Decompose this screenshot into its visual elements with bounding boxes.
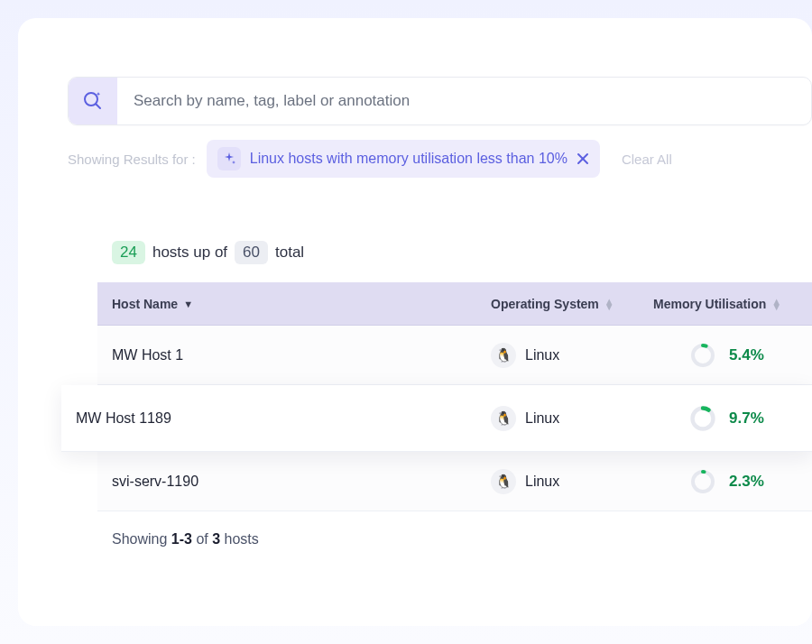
linux-icon: 🐧 [491, 406, 516, 431]
linux-icon: 🐧 [491, 469, 516, 494]
table-body: MW Host 1 🐧Linux 5.4% MW Host 1189 🐧Linu… [97, 326, 812, 511]
pagination-range: 1-3 [171, 531, 192, 547]
summary-row: 24 hosts up of 60 total [97, 223, 812, 282]
caret-down-icon: ▼ [183, 299, 193, 309]
search-bar [68, 77, 812, 125]
svg-line-1 [97, 105, 101, 109]
table-row[interactable]: svi-serv-1190 🐧Linux 2.3% [97, 452, 812, 511]
pagination-prefix: Showing [112, 531, 167, 547]
col-header-os-label: Operating System [491, 297, 599, 311]
close-icon[interactable] [577, 152, 589, 165]
hosts-up-count: 24 [112, 241, 145, 264]
svg-point-4 [693, 345, 713, 365]
pagination-total: 3 [212, 531, 220, 547]
filter-chip-text: Linux hosts with memory utilisation less… [250, 151, 567, 167]
pagination-suffix: hosts [225, 531, 259, 547]
sort-icon: ▲▼ [604, 299, 614, 309]
col-header-memory-label: Memory Utilisation [653, 297, 766, 311]
col-header-hostname[interactable]: Host Name ▼ [112, 297, 491, 311]
pagination: Showing 1-3 of 3 hosts [97, 511, 812, 567]
linux-icon: 🐧 [491, 343, 516, 368]
cell-os: 🐧Linux [491, 469, 653, 494]
results-panel: 24 hosts up of 60 total Host Name ▼ Oper… [97, 223, 812, 567]
filter-results-label: Showing Results for : [68, 152, 196, 167]
sort-icon: ▲▼ [771, 299, 781, 309]
filter-chip[interactable]: Linux hosts with memory utilisation less… [207, 140, 600, 178]
col-header-hostname-label: Host Name [112, 297, 178, 311]
table-row[interactable]: MW Host 1189 🐧Linux 9.7% [61, 385, 812, 452]
table-header: Host Name ▼ Operating System ▲▼ Memory U… [97, 282, 812, 326]
cell-memory: 9.7% [653, 405, 798, 432]
col-header-os[interactable]: Operating System ▲▼ [491, 297, 653, 311]
cell-hostname: MW Host 1 [112, 347, 491, 363]
ai-search-icon[interactable] [69, 77, 117, 125]
cell-memory: 5.4% [653, 342, 798, 369]
cell-hostname: svi-serv-1190 [112, 474, 491, 490]
col-header-memory[interactable]: Memory Utilisation ▲▼ [653, 297, 798, 311]
pagination-of: of [196, 531, 208, 547]
summary-text-2: total [275, 244, 304, 262]
clear-all-button[interactable]: Clear All [622, 152, 672, 167]
search-area [68, 18, 812, 125]
filter-row: Showing Results for : Linux hosts with m… [68, 125, 812, 196]
cell-os: 🐧Linux [491, 406, 653, 431]
cell-os: 🐧Linux [491, 343, 653, 368]
summary-text-1: hosts up of [152, 244, 227, 262]
sparkle-icon [217, 147, 241, 170]
table-row[interactable]: MW Host 1 🐧Linux 5.4% [97, 326, 812, 385]
hosts-total-count: 60 [235, 241, 268, 264]
app-container: Showing Results for : Linux hosts with m… [18, 18, 812, 626]
search-input[interactable] [117, 92, 811, 110]
cell-hostname: MW Host 1189 [76, 410, 491, 427]
cell-memory: 2.3% [653, 468, 798, 495]
svg-point-8 [693, 472, 713, 492]
